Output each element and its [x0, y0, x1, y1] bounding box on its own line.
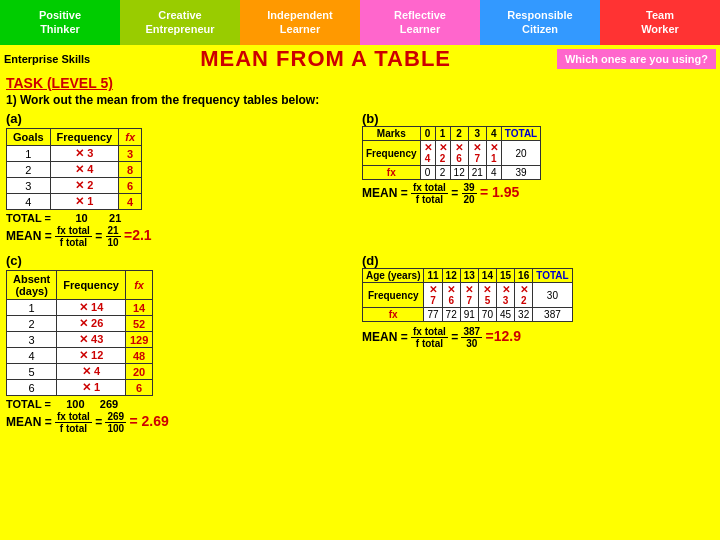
total-row-c: TOTAL = 100 269: [6, 398, 358, 410]
tables-grid: (a) Goals Frequency fx 1 ✕ 3 3: [6, 111, 714, 435]
task-title: TASK (LEVEL 5): [6, 75, 714, 91]
col-frequency-c: Frequency: [57, 271, 126, 300]
table-row: 1 ✕ 14 14: [7, 300, 153, 316]
main-content: TASK (LEVEL 5) 1) Work out the mean from…: [0, 73, 720, 437]
table-row: Frequency ✕7 ✕6 ✕7 ✕5 ✕3 ✕2 30: [363, 283, 573, 308]
task-instruction: 1) Work out the mean from the frequency …: [6, 93, 714, 107]
table-row: 2 ✕ 4 8: [7, 162, 142, 178]
table-row: 3 ✕ 2 6: [7, 178, 142, 194]
tab-reflective-learner[interactable]: Reflective Learner: [360, 0, 480, 45]
section-c: (c) Absent(days) Frequency fx 1 ✕ 14 14: [6, 253, 358, 435]
col-fx-a: fx: [119, 129, 142, 146]
table-row: fx 77 72 91 70 45 32 387: [363, 308, 573, 322]
col-goals: Goals: [7, 129, 51, 146]
table-row: 5 ✕ 4 20: [7, 364, 153, 380]
tab-creative-entrepreneur[interactable]: Creative Entrepreneur: [120, 0, 240, 45]
enterprise-label: Enterprise Skills: [4, 53, 90, 65]
mean-value-fraction-c: 269 100: [105, 411, 126, 434]
col-absent: Absent(days): [7, 271, 57, 300]
mean-value-fraction-b: 39 20: [462, 182, 477, 205]
mean-fraction-d: fx total f total: [411, 326, 448, 349]
mean-result-b: = 1.95: [480, 184, 519, 200]
table-d: Age (years) 11 12 13 14 15 16 TOTAL Freq…: [362, 268, 573, 322]
mean-row-b: MEAN = fx total f total = 39 20 = 1.95: [362, 182, 714, 205]
mean-row-d: MEAN = fx total f total = 387 30 =12.9: [362, 326, 714, 349]
section-d: (d) Age (years) 11 12 13 14 15 16 TOTAL: [362, 253, 714, 435]
section-b: (b) Marks 0 1 2 3 4 TOTAL Frequency: [362, 111, 714, 249]
mean-result-c: = 2.69: [130, 413, 169, 429]
section-c-label: (c): [6, 253, 22, 268]
tab-responsible-citizen[interactable]: Responsible Citizen: [480, 0, 600, 45]
table-row: 3 ✕ 43 129: [7, 332, 153, 348]
mean-fraction-b: fx total f total: [411, 182, 448, 205]
mean-row-a: MEAN = fx total f total = 21 10 =2.1: [6, 225, 358, 248]
table-a: Goals Frequency fx 1 ✕ 3 3 2 ✕ 4 8: [6, 128, 142, 210]
table-c: Absent(days) Frequency fx 1 ✕ 14 14 2 ✕ …: [6, 270, 153, 396]
page-title: MEAN FROM A TABLE: [94, 46, 557, 72]
mean-fraction-c: fx total f total: [55, 411, 92, 434]
table-b: Marks 0 1 2 3 4 TOTAL Frequency ✕4 ✕2 ✕6: [362, 126, 541, 180]
table-row: fx 0 2 12 21 4 39: [363, 166, 541, 180]
table-row: 4 ✕ 12 48: [7, 348, 153, 364]
section-d-label: (d): [362, 253, 379, 268]
table-row: 2 ✕ 26 52: [7, 316, 153, 332]
table-row: Frequency ✕4 ✕2 ✕6 ✕7 ✕1 20: [363, 141, 541, 166]
tab-positive-thinker[interactable]: Positive Thinker: [0, 0, 120, 45]
section-a: (a) Goals Frequency fx 1 ✕ 3 3: [6, 111, 358, 249]
tab-independent-learner[interactable]: Independent Learner: [240, 0, 360, 45]
mean-fraction-a: fx total f total: [55, 225, 92, 248]
col-fx-c: fx: [125, 271, 152, 300]
which-ones-banner: Which ones are you using?: [557, 49, 716, 69]
mean-result-a: =2.1: [124, 227, 152, 243]
mean-row-c: MEAN = fx total f total = 269 100 = 2.69: [6, 411, 358, 434]
table-row: 1 ✕ 3 3: [7, 146, 142, 162]
table-row: 6 ✕ 1 6: [7, 380, 153, 396]
mean-value-fraction-a: 21 10: [106, 225, 121, 248]
mean-value-fraction-d: 387 30: [461, 326, 482, 349]
section-a-label: (a): [6, 111, 22, 126]
section-b-label: (b): [362, 111, 379, 126]
table-row: 4 ✕ 1 4: [7, 194, 142, 210]
top-nav: Positive Thinker Creative Entrepreneur I…: [0, 0, 720, 45]
header-bar: Enterprise Skills MEAN FROM A TABLE Whic…: [0, 45, 720, 73]
col-frequency-a: Frequency: [50, 129, 119, 146]
total-row-a: TOTAL = 10 21: [6, 212, 358, 224]
mean-result-d: =12.9: [486, 328, 521, 344]
tab-team-worker[interactable]: Team Worker: [600, 0, 720, 45]
